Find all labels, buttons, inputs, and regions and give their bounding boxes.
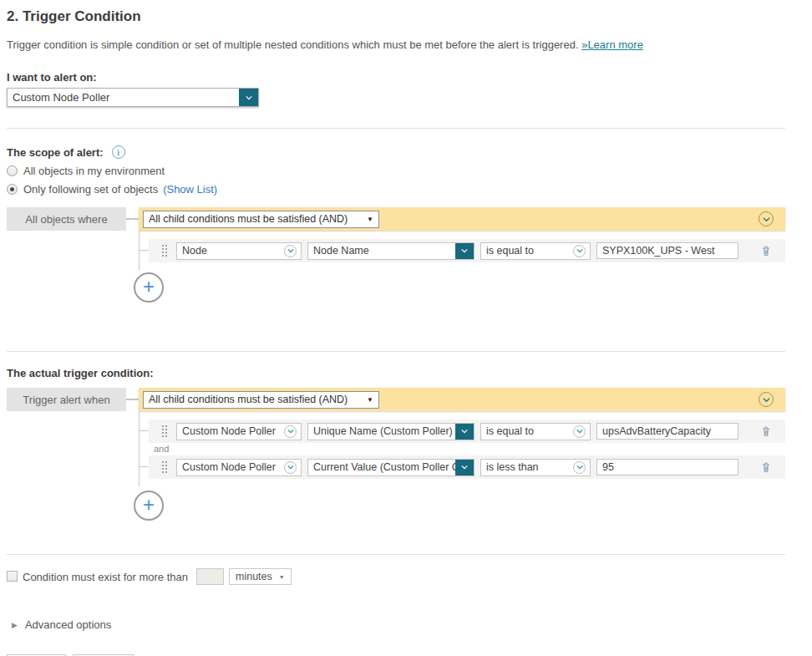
operator-value: is equal to — [486, 245, 573, 257]
field-value: Node Name — [308, 243, 455, 259]
scope-logic-value: All child conditions must be satisfied (… — [149, 213, 348, 225]
chevron-down-icon — [284, 425, 297, 438]
field-select[interactable]: Current Value (Custom Poller Cu — [307, 459, 475, 476]
operator-value: is less than — [486, 461, 573, 473]
drag-handle-icon[interactable] — [162, 461, 164, 463]
condition-row: Custom Node Poller Unique Name (Custom P… — [149, 420, 785, 443]
field-type-select[interactable]: Node — [176, 242, 302, 260]
scope-logic-bar: All child conditions must be satisfied (… — [139, 207, 785, 231]
learn-more-link[interactable]: »Learn more — [581, 38, 643, 51]
divider — [7, 554, 785, 555]
show-list-link[interactable]: (Show List) — [163, 183, 217, 196]
chevron-down-icon[interactable] — [455, 243, 474, 259]
scope-option-subset[interactable]: Only following set of objects (Show List… — [7, 183, 785, 196]
chevron-down-icon[interactable] — [455, 460, 474, 475]
chevron-down-icon[interactable] — [455, 424, 474, 440]
alert-on-label: I want to alert on: — [7, 71, 785, 84]
scope-tag: All objects where — [7, 207, 126, 231]
description-text: Trigger condition is simple condition or… — [7, 38, 579, 51]
field-select[interactable]: Node Name — [307, 242, 475, 260]
section-description: Trigger condition is simple condition or… — [7, 38, 785, 51]
field-value: Current Value (Custom Poller Cu — [308, 460, 455, 475]
chevron-down-icon — [573, 425, 586, 438]
alert-on-value: Custom Node Poller — [8, 89, 239, 106]
divider — [7, 128, 785, 129]
condition-row: Custom Node Poller Current Value (Custom… — [149, 455, 785, 479]
chevron-down-icon — [284, 461, 297, 474]
tree-line — [139, 231, 140, 271]
advanced-options-toggle[interactable]: ▶ Advanced options — [12, 618, 785, 631]
collapse-chevron-icon[interactable] — [759, 392, 774, 407]
drag-handle-icon[interactable] — [162, 245, 164, 247]
trigger-logic-bar: All child conditions must be satisfied (… — [139, 388, 785, 411]
trash-icon[interactable] — [759, 243, 774, 259]
duration-label: Condition must exist for more than — [23, 571, 188, 583]
caret-down-icon: ▼ — [367, 396, 373, 404]
duration-value-input[interactable] — [196, 568, 224, 585]
trigger-logic-select[interactable]: All child conditions must be satisfied (… — [143, 391, 379, 409]
chevron-down-icon — [573, 461, 586, 474]
scope-label: The scope of alert: — [7, 146, 104, 159]
operator-value: is equal to — [486, 425, 573, 437]
collapse-chevron-icon[interactable] — [759, 211, 774, 226]
add-condition-button[interactable]: + — [134, 491, 164, 521]
trigger-title: The actual trigger condition: — [7, 367, 785, 379]
triangle-right-icon: ▶ — [12, 621, 18, 629]
trigger-logic-value: All child conditions must be satisfied (… — [149, 394, 348, 405]
field-type-select[interactable]: Custom Node Poller — [176, 459, 302, 476]
value-input[interactable] — [596, 423, 738, 440]
scope-logic-select[interactable]: All child conditions must be satisfied (… — [143, 211, 379, 228]
scope-condition-block: All objects where All child conditions m… — [7, 207, 785, 303]
caret-down-icon: ▼ — [279, 574, 285, 580]
value-input[interactable] — [596, 459, 738, 475]
duration-checkbox[interactable] — [7, 571, 18, 582]
operator-select[interactable]: is equal to — [480, 242, 591, 260]
trash-icon[interactable] — [759, 424, 774, 440]
trash-icon[interactable] — [759, 460, 774, 475]
tree-line — [139, 411, 140, 486]
and-connector: and — [154, 444, 785, 455]
scope-option-subset-label: Only following set of objects — [23, 183, 158, 196]
duration-unit-select[interactable]: minutes ▼ — [229, 568, 292, 585]
scope-option-all[interactable]: All objects in my environment — [7, 165, 785, 177]
trigger-tag: Trigger alert when — [7, 388, 126, 411]
chevron-down-icon[interactable] — [239, 89, 258, 106]
divider — [7, 351, 785, 352]
scope-option-all-label: All objects in my environment — [23, 165, 165, 177]
connector-line — [126, 399, 139, 400]
trigger-condition-block: Trigger alert when All child conditions … — [7, 388, 785, 521]
radio-subset-objects[interactable] — [7, 184, 18, 195]
field-type-select[interactable]: Custom Node Poller — [176, 423, 302, 440]
alert-on-select[interactable]: Custom Node Poller — [7, 88, 259, 107]
condition-row: Node Node Name is equal to — [149, 239, 785, 262]
operator-select[interactable]: is less than — [480, 459, 591, 476]
field-type-value: Node — [182, 245, 284, 257]
operator-select[interactable]: is equal to — [480, 423, 591, 440]
field-select[interactable]: Unique Name (Custom Poller) — [307, 423, 475, 440]
field-value: Unique Name (Custom Poller) — [308, 424, 455, 440]
radio-all-objects[interactable] — [7, 165, 18, 176]
chevron-down-icon — [573, 245, 586, 257]
field-type-value: Custom Node Poller — [182, 461, 284, 473]
duration-unit-value: minutes — [236, 571, 272, 582]
add-condition-button[interactable]: + — [134, 272, 164, 303]
caret-down-icon: ▼ — [367, 216, 373, 223]
value-input[interactable] — [596, 242, 738, 259]
advanced-options-label: Advanced options — [25, 618, 111, 631]
info-icon[interactable]: i — [112, 145, 125, 159]
drag-handle-icon[interactable] — [162, 425, 164, 427]
connector-line — [126, 218, 139, 220]
page-title: 2. Trigger Condition — [7, 8, 785, 25]
chevron-down-icon — [284, 245, 297, 257]
field-type-value: Custom Node Poller — [182, 425, 284, 437]
